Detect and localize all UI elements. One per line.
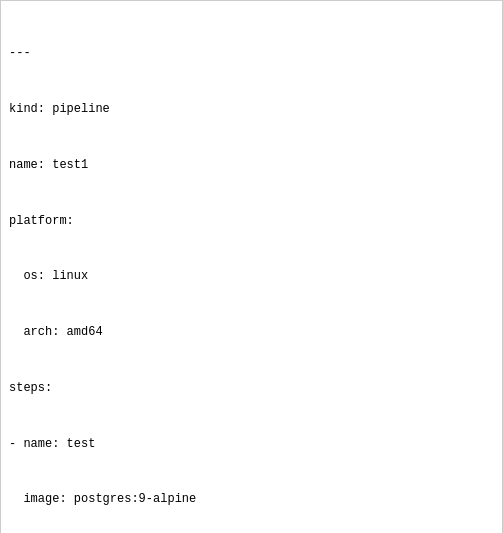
p1-sep: --- [9,44,494,63]
p1-step-image: image: postgres:9-alpine [9,490,494,509]
p1-platform: platform: [9,212,494,231]
p1-kind: kind: pipeline [9,100,494,119]
p1-arch: arch: amd64 [9,323,494,342]
p1-step-name: - name: test [9,435,494,454]
p1-name: name: test1 [9,156,494,175]
p1-steps: steps: [9,379,494,398]
code-container: --- kind: pipeline name: test1 platform:… [0,0,503,533]
code-content: --- kind: pipeline name: test1 platform:… [9,7,494,533]
p1-os: os: linux [9,267,494,286]
